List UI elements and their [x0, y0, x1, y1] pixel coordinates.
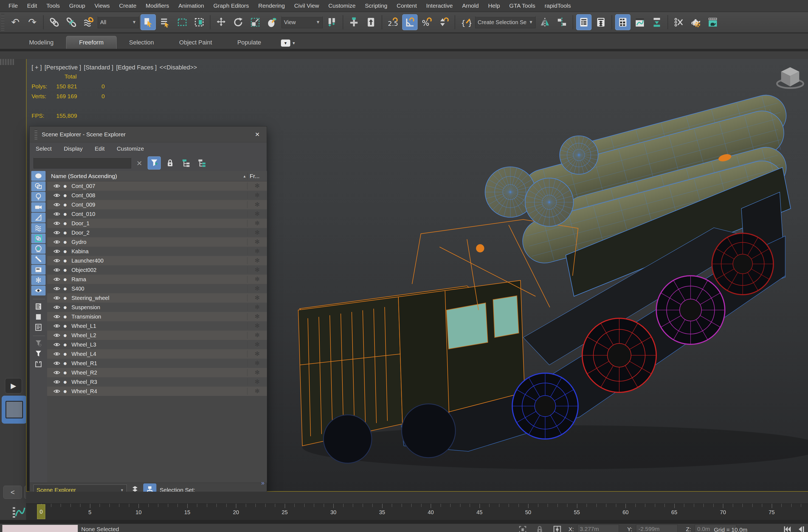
viewport-label-segment-4[interactable]: <<Disabled>> [160, 64, 197, 71]
x-coordinate-field[interactable]: 3.277m [577, 525, 619, 532]
menu-gta-tools[interactable]: GTA Tools [504, 0, 540, 12]
frozen-icon[interactable]: ✻ [247, 285, 267, 292]
isolate-selection-icon[interactable] [518, 525, 527, 532]
filter-geometry-button[interactable] [31, 181, 45, 191]
filter-bones-button[interactable] [31, 254, 45, 264]
list-view-button[interactable] [31, 301, 45, 311]
viewport-label-segment-2[interactable]: [Standard ] [84, 64, 114, 71]
viewcube[interactable] [775, 61, 805, 94]
visibility-eye-icon[interactable] [53, 182, 60, 189]
list-item[interactable]: ●Kabina✻ [47, 247, 267, 256]
visibility-eye-icon[interactable] [53, 257, 60, 264]
object-name[interactable]: Rama [72, 276, 247, 282]
list-item[interactable]: ●Door_2✻ [47, 228, 267, 237]
menu-rapidtools[interactable]: rapidTools [540, 0, 575, 12]
visibility-eye-icon[interactable] [53, 220, 60, 227]
select-object-button[interactable] [141, 14, 156, 30]
align-button[interactable] [554, 14, 570, 30]
frozen-icon[interactable]: ✻ [247, 201, 267, 208]
object-name[interactable]: Cont_010 [72, 211, 247, 217]
close-icon[interactable]: × [253, 130, 262, 139]
visibility-eye-icon[interactable] [53, 378, 60, 385]
list-item[interactable]: ●Door_1✻ [47, 219, 267, 228]
object-name[interactable]: Wheel_L2 [72, 332, 247, 338]
menu-content[interactable]: Content [392, 0, 422, 12]
frozen-icon[interactable]: ✻ [247, 369, 267, 376]
visibility-eye-icon[interactable] [53, 388, 60, 395]
clear-search-icon[interactable]: × [134, 158, 145, 168]
object-name[interactable]: Wheel_R4 [72, 388, 247, 395]
visibility-eye-icon[interactable] [53, 304, 60, 311]
list-item[interactable]: ●Steering_wheel✻ [47, 293, 267, 302]
spinner-snap-button[interactable] [436, 14, 452, 30]
list-item[interactable]: ●Launcher400✻ [47, 256, 267, 265]
tab-modeling[interactable]: Modeling [16, 36, 66, 49]
frozen-icon[interactable]: ✻ [247, 332, 267, 339]
visibility-eye-icon[interactable] [53, 360, 60, 367]
use-pivot-point-button[interactable] [324, 14, 339, 30]
detail-view-button[interactable] [31, 323, 45, 332]
viewport-flyout-button[interactable]: ▶ [5, 378, 22, 393]
tab-freeform[interactable]: Freeform [66, 36, 116, 49]
object-name[interactable]: Object002 [72, 267, 247, 273]
go-to-start-button[interactable] [782, 524, 793, 532]
rendered-frame-button[interactable] [705, 14, 720, 30]
scene-explorer-titlebar[interactable]: Scene Explorer - Scene Explorer × [30, 127, 267, 142]
menu-customize[interactable]: Customize [324, 0, 360, 12]
menu-group[interactable]: Group [65, 0, 90, 12]
filter-helpers-button[interactable] [31, 213, 45, 222]
frozen-icon[interactable]: ✻ [247, 360, 267, 367]
named-selection-set-dropdown[interactable]: Create Selection Set▼ [475, 16, 536, 28]
tab-populate[interactable]: Populate [225, 36, 274, 49]
list-item[interactable]: ●Wheel_L1✻ [47, 321, 267, 331]
edit-named-selection-sets-button[interactable]: { } [458, 14, 474, 30]
visibility-eye-icon[interactable] [53, 210, 60, 218]
selection-filter-dropdown[interactable]: All▼ [98, 16, 139, 28]
frozen-icon[interactable]: ✻ [247, 257, 267, 264]
mini-curve-editor-icon[interactable] [11, 505, 25, 519]
previous-frame-button[interactable] [795, 524, 807, 532]
frozen-icon[interactable]: ✻ [247, 341, 267, 348]
bind-to-space-warp-button[interactable] [81, 14, 96, 30]
search-input[interactable] [34, 158, 131, 168]
visibility-eye-icon[interactable] [53, 201, 60, 208]
frozen-icon[interactable]: ✻ [247, 294, 267, 301]
frozen-icon[interactable]: ✻ [247, 192, 267, 199]
render-setup-button[interactable] [688, 14, 703, 30]
absolute-transform-icon[interactable] [553, 525, 562, 532]
menu-file[interactable]: File [4, 0, 22, 12]
list-item[interactable]: ●Cont_007✻ [47, 181, 267, 191]
filter-lights-button[interactable] [31, 192, 45, 202]
filter-groups-button[interactable] [31, 234, 45, 243]
object-name[interactable]: Wheel_L3 [72, 342, 247, 348]
frozen-icon[interactable]: ✻ [247, 350, 267, 357]
viewport-label-segment-1[interactable]: [Perspective ] [44, 64, 81, 71]
frozen-icon[interactable]: ✻ [247, 182, 267, 189]
column-header-row[interactable]: Name (Sorted Ascending) ▴ Fr... [47, 171, 267, 181]
keyboard-shortcut-override-button[interactable] [363, 14, 379, 30]
expand-all-icon[interactable] [180, 157, 192, 169]
object-name[interactable]: Door_1 [72, 220, 247, 227]
previous-button[interactable]: < [3, 485, 22, 499]
frozen-icon[interactable]: ✻ [247, 229, 267, 236]
frozen-icon[interactable]: ✻ [247, 276, 267, 283]
explorer-menu-customize[interactable]: Customize [116, 145, 144, 152]
frozen-icon[interactable]: ✻ [247, 388, 267, 395]
object-name[interactable]: Wheel_R3 [72, 379, 247, 385]
select-and-scale-button[interactable] [247, 14, 263, 30]
frozen-icon[interactable]: ✻ [247, 267, 267, 274]
visibility-eye-icon[interactable] [53, 285, 60, 292]
mirror-button[interactable] [537, 14, 553, 30]
menu-modifiers[interactable]: Modifiers [141, 0, 174, 12]
select-and-move-button[interactable] [214, 14, 229, 30]
visibility-eye-icon[interactable] [53, 341, 60, 348]
visibility-eye-icon[interactable] [53, 229, 60, 236]
explorer-menu-display[interactable]: Display [63, 145, 82, 152]
snaps-toggle-button[interactable]: 2.5 [385, 14, 401, 30]
filter-shapes-button[interactable] [31, 171, 45, 181]
list-item[interactable]: ●Gydro✻ [47, 237, 267, 247]
filter-frozen-button[interactable]: ✻ [31, 275, 45, 285]
menu-civil-view[interactable]: Civil View [290, 0, 324, 12]
menu-views[interactable]: Views [90, 0, 114, 12]
visibility-eye-icon[interactable] [53, 192, 60, 199]
